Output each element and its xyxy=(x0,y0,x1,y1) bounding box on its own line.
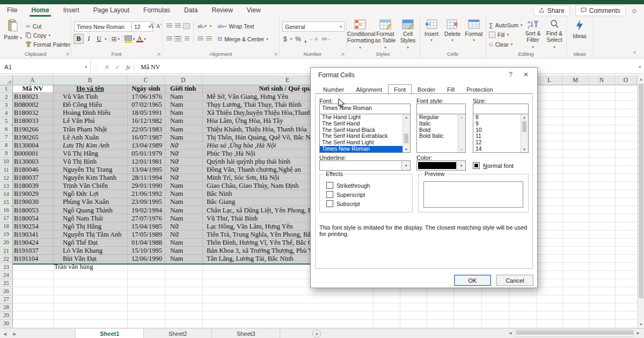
font-color-icon[interactable]: A xyxy=(136,36,143,42)
insert-dropdown-icon[interactable]: ▾ xyxy=(422,37,441,43)
size-list-scrollbar[interactable]: ▲ ▼ xyxy=(521,114,528,152)
align-left-icon[interactable] xyxy=(166,36,172,41)
name-box-dropdown-icon[interactable]: ▾ xyxy=(85,65,90,69)
list-item[interactable]: 8 xyxy=(473,114,521,121)
merge-center-button[interactable]: ⊟ Merge & Center▾ xyxy=(217,34,268,43)
number-format-dropdown-icon[interactable]: ▾ xyxy=(338,25,342,29)
sheet-nav-prev-icon[interactable]: ◀ xyxy=(0,332,10,336)
delete-cells-button[interactable]: Delete ▾ xyxy=(442,19,463,43)
list-item[interactable]: Italic xyxy=(417,121,458,127)
row-header-12[interactable]: 12 xyxy=(0,174,13,182)
sheet-tab-sheet1[interactable]: Sheet1 xyxy=(75,329,144,338)
cell-D13[interactable]: Nam xyxy=(170,182,183,190)
cell-A19[interactable]: B190341 xyxy=(14,231,39,239)
cell-E2[interactable]: Mễ Sở, Văn Giang, Hưng Yên xyxy=(207,93,288,101)
font-list-up-icon[interactable]: ▲ xyxy=(403,114,409,120)
font-style-input[interactable] xyxy=(416,104,466,114)
align-middle-icon[interactable] xyxy=(175,24,181,28)
cell-A3[interactable]: B080002 xyxy=(14,101,39,109)
format-dropdown-icon[interactable]: ▾ xyxy=(464,37,484,43)
fill-button[interactable]: ↓ Fill▾ xyxy=(489,30,509,39)
insert-cells-button[interactable]: Insert ▾ xyxy=(422,19,441,43)
increase-decimal-icon[interactable]: ←.0 xyxy=(310,36,318,41)
ribbon-tab-formulas[interactable]: Formulas xyxy=(136,4,177,17)
cell-B20[interactable]: Ngô Thế Đạt xyxy=(63,239,98,247)
cell-A4[interactable]: B180032 xyxy=(14,109,39,117)
cell-A21[interactable]: B191037 xyxy=(14,247,39,255)
cell-styles-button[interactable]: Cell Styles ▾ xyxy=(398,19,418,51)
find-select-button[interactable]: Find & Select ▾ xyxy=(544,19,565,50)
increase-indent-icon[interactable] xyxy=(206,36,212,41)
cell-B14[interactable]: Ngô Đức Lợi xyxy=(63,190,99,198)
underline-dropdown-arrow-icon[interactable]: ▾ xyxy=(401,161,410,170)
ribbon-tab-data[interactable]: Data xyxy=(177,4,204,17)
feedback-smiley-icon[interactable]: ☺ xyxy=(631,7,638,14)
cell-E3[interactable]: Thụy Lương, Thái Thụy, Thái Bình xyxy=(207,101,302,109)
dialog-close-icon[interactable]: ✕ xyxy=(523,71,529,78)
scroll-up-icon[interactable]: ▲ xyxy=(638,76,644,83)
font-name-combo[interactable]: Times New Roman▾ xyxy=(74,21,135,32)
cell-D14[interactable]: Nam xyxy=(170,190,183,198)
cell-D3[interactable]: Nam xyxy=(170,101,183,109)
cell-D16[interactable]: Nam xyxy=(170,207,183,215)
cell-C4[interactable]: 18/05/1991 xyxy=(127,109,162,117)
cell-C22[interactable]: 12/06/1990 xyxy=(127,255,162,263)
cell-B4[interactable]: Hoàng Đình Hiếu xyxy=(63,109,111,117)
cell-A18[interactable]: B190254 xyxy=(14,223,39,231)
sort-filter-dropdown-icon[interactable]: ▾ xyxy=(532,45,534,49)
decrease-decimal-icon[interactable]: .00→ xyxy=(321,36,331,41)
namebox-splitter[interactable]: ⋮ xyxy=(91,64,101,71)
cell-B1[interactable]: Họ và tên xyxy=(53,85,127,93)
align-top-icon[interactable] xyxy=(166,24,172,28)
font-listbox[interactable]: ▲ ▼ The Hand LightThe Serif HandThe Seri… xyxy=(319,114,411,153)
align-center-icon[interactable] xyxy=(175,36,181,41)
size-input[interactable] xyxy=(473,104,529,114)
row-header-28[interactable]: 28 xyxy=(0,304,13,312)
cell-B6[interactable]: Trần Phạm Nhật xyxy=(63,126,107,134)
cell-E14[interactable]: Bắc Ninh xyxy=(207,190,232,198)
cell-B7[interactable]: Lê Anh Xuân xyxy=(63,134,99,142)
underline-dropdown-icon[interactable]: ▾ xyxy=(105,37,107,41)
row-header-30[interactable]: 30 xyxy=(0,320,13,328)
cell-B3[interactable]: Đỗ Công Hiếu xyxy=(63,101,102,109)
cell-B5[interactable]: Lê Văn Phú xyxy=(63,117,95,125)
row-header-20[interactable]: 20 xyxy=(0,239,13,247)
cell-E18[interactable]: Lạc Hồng, Văn Lâm, Hưng Yên xyxy=(207,223,293,231)
font-color-dropdown-icon[interactable]: ▾ xyxy=(144,37,147,41)
wrap-text-button[interactable]: ab↩ Wrap Text xyxy=(217,21,254,31)
name-box[interactable]: A1 ▾ xyxy=(0,61,91,74)
row-header-26[interactable]: 26 xyxy=(0,288,13,296)
dialog-help-icon[interactable]: ? xyxy=(509,71,513,78)
size-listbox[interactable]: ▲ ▼ 8910111214 xyxy=(473,114,529,153)
fill-color-dropdown-icon[interactable]: ▾ xyxy=(133,37,135,41)
cell-C6[interactable]: 22/05/1983 xyxy=(127,126,162,134)
cell-C3[interactable]: 07/02/1965 xyxy=(127,101,162,109)
cancel-button[interactable]: Cancel xyxy=(496,275,533,286)
cell-B13[interactable]: Trịnh Văn Chiến xyxy=(63,182,108,190)
cell-C1[interactable]: Ngày sinh xyxy=(127,85,165,93)
cell-A8[interactable]: B130004 xyxy=(14,142,39,150)
row-header-2[interactable]: 2 xyxy=(0,93,13,101)
ribbon-tab-file[interactable]: File xyxy=(0,4,24,17)
cell-A12[interactable]: B180037 xyxy=(14,174,39,182)
cell-C10[interactable]: 12/01/1981 xyxy=(127,158,162,166)
row-header-5[interactable]: 5 xyxy=(0,117,13,125)
cell-E4[interactable]: Xã Thiệu Duy,huyện Thiệu Hòa,Thanh Hóa xyxy=(207,109,324,117)
cell-B21[interactable]: Lò Văn Khang xyxy=(63,247,103,255)
borders-dropdown-icon[interactable]: ▾ xyxy=(118,37,120,41)
row-header-22[interactable]: 22 xyxy=(0,255,13,263)
cell-A2[interactable]: B180021 xyxy=(14,93,39,101)
cell-E12[interactable]: Minh Trí, Sóc Sơn, Hà Nội xyxy=(207,174,279,182)
cell-C13[interactable]: 29/01/1990 xyxy=(127,182,162,190)
cell-E7[interactable]: Thị Thôn, Hán Quảng, Quế Võ, Bắc Ninh xyxy=(207,134,319,142)
normal-font-checkbox[interactable]: Normal font xyxy=(473,162,514,169)
cell-E21[interactable]: Bản Khoa 3, xã Trường Thượng, Phù Yên, S xyxy=(207,247,326,255)
row-header-17[interactable]: 17 xyxy=(0,215,13,223)
delete-dropdown-icon[interactable]: ▾ xyxy=(442,37,463,43)
cell-A22[interactable]: B191104 xyxy=(14,255,38,263)
scroll-down-icon[interactable]: ▼ xyxy=(638,321,644,328)
orientation-icon[interactable]: ab↗ xyxy=(197,24,207,29)
ideas-button[interactable]: Ideas xyxy=(568,19,591,39)
style-list-scrollbar[interactable]: ▲ ▼ xyxy=(458,114,465,152)
autosum-button[interactable]: ∑ AutoSum▾ xyxy=(489,20,523,30)
